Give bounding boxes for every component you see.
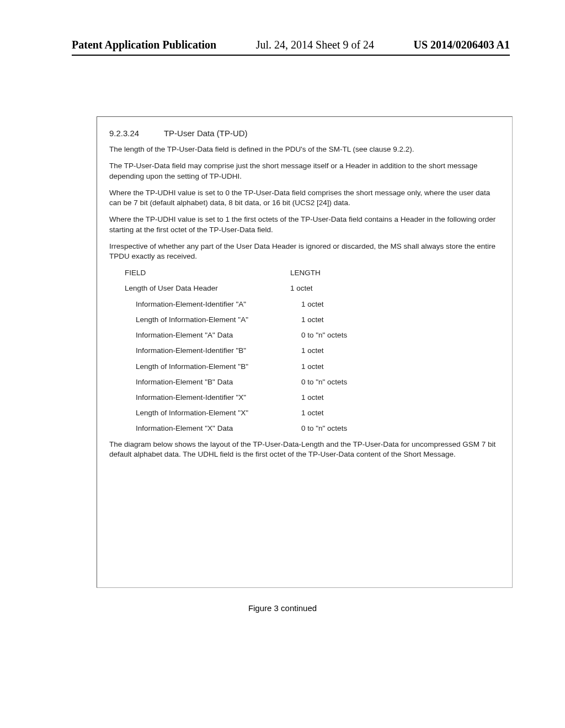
paragraph: Where the TP-UDHI value is set to 1 the … <box>109 215 500 234</box>
table-cell-length: 0 to "n" octets <box>301 424 500 433</box>
table-cell-length: 1 octet <box>290 283 500 293</box>
table-cell-field: Information-Element "A" Data <box>109 330 301 340</box>
table-row: Information-Element-Identifier "B"1 octe… <box>109 346 500 356</box>
table-cell-length: 1 octet <box>301 393 500 403</box>
table-cell-field: Length of Information-Element "X" <box>109 408 301 418</box>
section-number: 9.2.3.24 <box>109 128 162 139</box>
figure-caption: Figure 3 continued <box>0 603 565 613</box>
page-header: Patent Application Publication Jul. 24, … <box>0 0 565 51</box>
table-body: Length of User Data Header1 octetInforma… <box>109 283 500 433</box>
header-middle: Jul. 24, 2014 Sheet 9 of 24 <box>256 39 374 51</box>
table-row: Information-Element-Identifier "X"1 octe… <box>109 393 500 403</box>
paragraph: The length of the TP-User-Data field is … <box>109 144 500 154</box>
header-rule <box>72 55 510 56</box>
table-row: Length of Information-Element "B"1 octet <box>109 362 500 372</box>
table-cell-field: Information-Element-Identifier "A" <box>109 299 301 309</box>
table-cell-field: Length of Information-Element "B" <box>109 362 301 372</box>
section-heading: 9.2.3.24 TP-User Data (TP-UD) <box>109 128 500 139</box>
table-row: Length of User Data Header1 octet <box>109 283 500 293</box>
table-cell-length: 1 octet <box>301 346 500 356</box>
table-cell-length: 1 octet <box>301 362 500 372</box>
header-left: Patent Application Publication <box>72 39 216 51</box>
paragraph: Where the TP-UDHI value is set to 0 the … <box>109 188 500 208</box>
table-row: Information-Element-Identifier "A"1 octe… <box>109 299 500 309</box>
table-cell-length: 1 octet <box>301 408 500 418</box>
table-cell-field: Length of User Data Header <box>109 283 290 293</box>
paragraph: The diagram below shows the layout of th… <box>109 440 500 459</box>
paragraph: The TP-User-Data field may comprise just… <box>109 161 500 181</box>
table-row: Information-Element "B" Data0 to "n" oct… <box>109 377 500 387</box>
table-cell-length: 0 to "n" octets <box>301 330 500 340</box>
table-cell-field: Information-Element-Identifier "B" <box>109 346 301 356</box>
table-cell-length: 1 octet <box>301 299 500 309</box>
table-cell-field: Information-Element "B" Data <box>109 377 301 387</box>
page: Patent Application Publication Jul. 24, … <box>0 0 565 728</box>
table-row: Information-Element "X" Data0 to "n" oct… <box>109 424 500 433</box>
field-length-table: FIELD LENGTH Length of User Data Header1… <box>109 268 500 433</box>
table-header-field: FIELD <box>109 268 290 278</box>
table-cell-field: Information-Element-Identifier "X" <box>109 393 301 403</box>
section-title: TP-User Data (TP-UD) <box>164 129 248 138</box>
table-cell-field: Length of Information-Element "A" <box>109 315 301 325</box>
header-right: US 2014/0206403 A1 <box>414 39 510 51</box>
figure-box: 9.2.3.24 TP-User Data (TP-UD) The length… <box>97 116 513 588</box>
table-row: Length of Information-Element "X"1 octet <box>109 408 500 418</box>
table-cell-length: 0 to "n" octets <box>301 377 500 387</box>
table-row: Information-Element "A" Data0 to "n" oct… <box>109 330 500 340</box>
table-header-length: LENGTH <box>290 268 500 278</box>
table-cell-field: Information-Element "X" Data <box>109 424 301 433</box>
table-row: Length of Information-Element "A"1 octet <box>109 315 500 325</box>
table-header-row: FIELD LENGTH <box>109 268 500 278</box>
paragraph: Irrespective of whether any part of the … <box>109 242 500 261</box>
table-cell-length: 1 octet <box>301 315 500 325</box>
